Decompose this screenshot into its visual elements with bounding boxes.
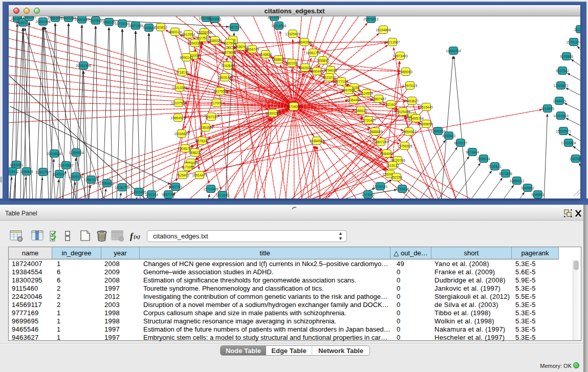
svg-text:3915411: 3915411 xyxy=(9,170,19,173)
svg-text:9242848: 9242848 xyxy=(221,64,234,68)
svg-text:3498222: 3498222 xyxy=(188,151,202,155)
svg-text:1145194: 1145194 xyxy=(53,172,66,176)
svg-text:7663822: 7663822 xyxy=(154,26,167,29)
svg-text:19958107: 19958107 xyxy=(99,182,115,185)
svg-text:10807487: 10807487 xyxy=(371,97,386,101)
svg-text:1167531: 1167531 xyxy=(569,157,580,161)
svg-text:9457791: 9457791 xyxy=(169,185,182,189)
svg-text:12505135: 12505135 xyxy=(68,175,83,179)
svg-text:3267110: 3267110 xyxy=(205,115,218,119)
svg-text:7625402: 7625402 xyxy=(176,173,189,177)
svg-text:8186328: 8186328 xyxy=(208,39,222,42)
svg-text:15692971: 15692971 xyxy=(556,129,571,133)
svg-text:19654925: 19654925 xyxy=(170,116,186,120)
svg-text:7955812: 7955812 xyxy=(316,59,330,62)
svg-text:20053346: 20053346 xyxy=(76,64,91,68)
svg-text:17359924: 17359924 xyxy=(69,151,84,155)
svg-text:1588520: 1588520 xyxy=(272,58,285,61)
svg-text:19654923: 19654923 xyxy=(401,130,417,134)
svg-text:1527602: 1527602 xyxy=(89,19,102,23)
svg-text:17016504: 17016504 xyxy=(561,141,576,145)
svg-text:12942757: 12942757 xyxy=(35,170,51,174)
svg-text:12975115: 12975115 xyxy=(403,84,418,87)
svg-text:8938923: 8938923 xyxy=(442,134,455,138)
svg-text:20975887: 20975887 xyxy=(58,164,74,167)
svg-text:3875685: 3875685 xyxy=(223,51,236,54)
svg-text:15495784: 15495784 xyxy=(408,117,424,120)
svg-text:1713342: 1713342 xyxy=(361,193,375,196)
svg-text:16914479: 16914479 xyxy=(192,173,207,177)
svg-text:2069140: 2069140 xyxy=(23,16,36,19)
svg-text:15720407: 15720407 xyxy=(361,119,376,122)
svg-text:9245652: 9245652 xyxy=(521,186,534,190)
svg-text:13325419: 13325419 xyxy=(285,32,300,36)
svg-text:16961758: 16961758 xyxy=(306,51,321,55)
svg-text:16640954: 16640954 xyxy=(430,129,446,133)
svg-text:7485063: 7485063 xyxy=(399,70,412,74)
svg-text:9777169: 9777169 xyxy=(335,80,348,83)
svg-text:8427552: 8427552 xyxy=(213,90,227,93)
svg-text:3215955: 3215955 xyxy=(541,107,554,111)
svg-text:12213363: 12213363 xyxy=(172,86,187,90)
svg-text:1112865: 1112865 xyxy=(574,28,580,31)
svg-text:1624554: 1624554 xyxy=(360,92,373,95)
svg-text:15716485: 15716485 xyxy=(203,187,219,191)
svg-text:7632621: 7632621 xyxy=(488,165,502,168)
svg-text:1621072: 1621072 xyxy=(322,76,336,79)
svg-text:16210643: 16210643 xyxy=(553,114,569,118)
svg-text:8466160: 8466160 xyxy=(102,20,116,24)
svg-text:8990448: 8990448 xyxy=(310,70,323,73)
svg-text:8471676: 8471676 xyxy=(499,172,512,176)
svg-text:6497568: 6497568 xyxy=(342,89,355,92)
svg-text:10973493: 10973493 xyxy=(393,54,408,58)
svg-text:17957225: 17957225 xyxy=(83,178,99,182)
svg-text:9463627: 9463627 xyxy=(405,99,419,103)
svg-text:1603381: 1603381 xyxy=(208,17,222,21)
svg-text:18807249: 18807249 xyxy=(373,140,388,144)
svg-text:1485061: 1485061 xyxy=(10,163,23,167)
svg-text:717006: 717006 xyxy=(211,101,222,105)
svg-text:9084067: 9084067 xyxy=(380,152,394,156)
svg-text:18300295: 18300295 xyxy=(265,112,280,115)
svg-text:9899695: 9899695 xyxy=(420,122,433,126)
svg-text:1571640: 1571640 xyxy=(216,193,229,197)
svg-text:9327508: 9327508 xyxy=(223,41,236,45)
svg-text:7986322: 7986322 xyxy=(354,109,367,113)
svg-text:19218506: 19218506 xyxy=(271,24,287,28)
svg-text:6794028: 6794028 xyxy=(324,69,337,72)
svg-text:8912954: 8912954 xyxy=(182,33,195,36)
svg-text:8813054: 8813054 xyxy=(268,16,281,19)
svg-text:1244415: 1244415 xyxy=(553,99,566,103)
svg-text:8454749: 8454749 xyxy=(246,48,259,51)
svg-text:18724007: 18724007 xyxy=(287,105,301,108)
svg-text:20876812: 20876812 xyxy=(363,17,379,21)
svg-text:9245651: 9245651 xyxy=(531,193,545,196)
svg-text:20691406: 20691406 xyxy=(35,20,51,24)
svg-text:20364436: 20364436 xyxy=(346,98,361,102)
svg-text:16154808: 16154808 xyxy=(376,28,391,32)
svg-text:9515440: 9515440 xyxy=(420,105,433,109)
svg-text:9474444: 9474444 xyxy=(466,150,479,154)
svg-text:1292344: 1292344 xyxy=(145,193,158,196)
svg-text:10025438: 10025438 xyxy=(395,110,410,114)
svg-text:2935114: 2935114 xyxy=(477,157,490,161)
svg-text:1362615: 1362615 xyxy=(298,66,312,70)
svg-text:9227342: 9227342 xyxy=(556,69,569,73)
svg-text:16543382: 16543382 xyxy=(187,41,203,45)
svg-text:252254: 252254 xyxy=(391,176,402,179)
svg-text:9146821: 9146821 xyxy=(259,53,272,56)
svg-text:15751074: 15751074 xyxy=(566,40,580,44)
svg-text:15136141: 15136141 xyxy=(373,185,388,188)
svg-text:16671355: 16671355 xyxy=(128,24,143,28)
svg-text:10107554: 10107554 xyxy=(171,101,186,105)
svg-text:16782759: 16782759 xyxy=(115,186,130,189)
svg-text:1733426: 1733426 xyxy=(396,187,409,191)
svg-text:10688609: 10688609 xyxy=(367,130,383,134)
svg-text:1615132: 1615132 xyxy=(386,164,399,167)
svg-text:18640910: 18640910 xyxy=(297,40,312,44)
svg-text:9129966: 9129966 xyxy=(560,55,573,58)
svg-text:2803144: 2803144 xyxy=(218,76,231,79)
svg-text:19166829: 19166829 xyxy=(174,132,189,136)
svg-text:19756928: 19756928 xyxy=(397,144,412,148)
svg-text:2718170: 2718170 xyxy=(176,71,189,74)
